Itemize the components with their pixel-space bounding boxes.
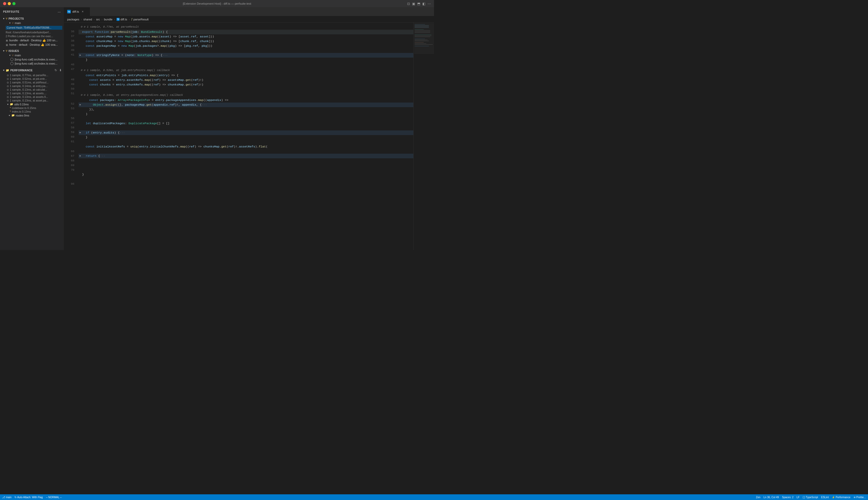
- profile-bundle[interactable]: ▣ bundle · default · Desktop 👍 100 sn...: [0, 38, 64, 43]
- typescript-icon: TS: [67, 10, 71, 13]
- editor-area: TS diff.ts × packages › shared › src › b…: [64, 7, 434, 250]
- code-line-57: ): [79, 112, 413, 116]
- code-line-70: ▶ return {···: [79, 154, 413, 158]
- projects-section[interactable]: ▾ ⑂ PROJECTS: [0, 16, 64, 21]
- editor-layout-icon[interactable]: ▣: [412, 2, 415, 6]
- export-perf-button[interactable]: ⬇: [59, 68, 62, 72]
- perf-item-6[interactable]: ⊙ 1 sample, 0.13ms, at assets....: [0, 91, 64, 95]
- tabbar: TS diff.ts ×: [64, 7, 434, 16]
- bc-parseresult[interactable]: parseResult: [133, 18, 148, 21]
- annotation-entrypoints: ⊙ ⊙ 1 sample, 0.52ms, at job.entryPoints…: [79, 67, 413, 73]
- issue-circle-icon: [10, 58, 13, 61]
- refresh-perf-button[interactable]: ↻: [54, 68, 58, 72]
- code-line-66: }: [79, 135, 413, 140]
- code-line-47: [79, 62, 413, 67]
- editor-content: 36 37 38 39 40 41 46 47 48 49 50 51 52 5…: [64, 22, 434, 250]
- current-hash: Current Hash: 754f91a5c85bf705098...: [0, 25, 64, 31]
- sidebar-item-main-project[interactable]: ▾ ⑂ main: [0, 21, 64, 25]
- issue-item-2[interactable]: [long-func-call] src/index.ts exec...: [0, 61, 64, 66]
- root-path: Root: /Users/forehalo/code/byted/perf...: [0, 31, 64, 34]
- indexts-item[interactable]: * index.ts 0.13ms: [0, 110, 64, 113]
- close-button[interactable]: [3, 2, 6, 5]
- bc-bundle[interactable]: bundle: [104, 18, 112, 21]
- performance-section[interactable]: ▾ 📁 PERFORMANCE ↻ ⬇: [0, 67, 64, 73]
- code-line-37: const assetsMap = new Map(job.assets.map…: [79, 34, 413, 39]
- sidebar-menu-icon[interactable]: ···: [58, 10, 61, 14]
- bc-diffts[interactable]: diff.ts: [120, 18, 127, 21]
- code-line-40: [79, 48, 413, 53]
- code-line-49: const assets = entry.assetRefs.map((ref)…: [79, 78, 413, 82]
- codebase-item[interactable]: * codebase.ts 0.15ms: [0, 106, 64, 110]
- issue-circle-icon: [10, 62, 13, 65]
- tab-close-button[interactable]: ×: [81, 10, 85, 14]
- perf-section-controls: ↻ ⬇: [54, 68, 62, 72]
- sidebar-title: PERFSUITE: [3, 10, 19, 13]
- more-icon[interactable]: ⋯: [428, 2, 431, 6]
- code-line-50: const chunks = entry.chunkRefs.map((ref)…: [79, 82, 413, 87]
- minimap-content: [414, 22, 434, 250]
- titlebar: [Extension Development Host] - diff.ts —…: [0, 0, 434, 7]
- app: PERFSUITE ··· ▾ ⑂ PROJECTS ▾ ⑂ main Curr…: [0, 7, 434, 250]
- code-line-39: const packagesMap = new Map(job.packages…: [79, 44, 413, 48]
- code-line-41: ▶ const stringifyNote = (note: NoteType)…: [79, 53, 413, 58]
- breadcrumb: packages › shared › src › bundle › TS di…: [64, 16, 434, 22]
- code-line-58: [79, 116, 413, 121]
- sidebar: PERFSUITE ··· ▾ ⑂ PROJECTS ▾ ⑂ main Curr…: [0, 7, 64, 250]
- code-line-36: export function parseResult(job: BundleR…: [79, 30, 413, 34]
- perf-item-2[interactable]: ⊙ 1 sample, 0.52ms, at job.entr...: [0, 77, 64, 81]
- minimap: [413, 22, 434, 250]
- code-line-56: }),: [79, 107, 413, 112]
- bc-fn-icon: ƒ: [131, 18, 133, 21]
- issues-main[interactable]: ▾ ⑂ main: [0, 53, 64, 57]
- maximize-button[interactable]: [12, 2, 15, 5]
- window-controls: [3, 2, 15, 5]
- window-title: [Extension Development Host] - diff.ts —…: [183, 2, 251, 5]
- sidebar-header: PERFSUITE ···: [0, 7, 64, 16]
- sidebar-toggle-icon[interactable]: ◧: [422, 2, 426, 6]
- bc-src[interactable]: src: [96, 18, 100, 21]
- line-numbers: 36 37 38 39 40 41 46 47 48 49 50 51 52 5…: [64, 22, 77, 250]
- profiles-loaded: 2 Profiles Loaded you can see the exec..…: [0, 34, 64, 38]
- routes-folder[interactable]: ▾ 📁 routes 0ms: [0, 113, 64, 117]
- split-editor-icon[interactable]: ⊡: [407, 2, 410, 6]
- code-line-48: const entryPoints = job.entryPoints.map(…: [79, 73, 413, 78]
- code-line-67: [79, 140, 413, 144]
- sidebar-performance-list: ⊙ 1 sample, 0.77ms, at parseRe... ⊙ 1 sa…: [0, 73, 64, 250]
- annotation-parseresult: ⊙ ⊙ 1 sample, 0.77ms, at parseResult: [79, 23, 413, 30]
- code-line-59: let duplicatedPackages: DuplicatePackage…: [79, 121, 413, 126]
- issue-item-1[interactable]: [long-func-call] src/index.ts exec...: [0, 57, 64, 61]
- tab-diff-ts[interactable]: TS diff.ts ×: [64, 7, 90, 16]
- perf-item-1[interactable]: ⊙ 1 sample, 0.77ms, at parseRe...: [0, 73, 64, 77]
- utils-folder[interactable]: ▾ 📁 utils 0.15ms: [0, 102, 64, 106]
- minimize-button[interactable]: [8, 2, 11, 5]
- code-line-96: }: [79, 172, 413, 177]
- perf-item-4[interactable]: ⊙ 1 sample, 0.14ms, at entry.pa...: [0, 84, 64, 88]
- titlebar-actions: ⊡ ▣ ⬒ ◧ ⋯: [407, 2, 431, 6]
- perf-item-3[interactable]: ⊙ 1 sample, 0.51ms, at jobResul...: [0, 81, 64, 84]
- code-line-38: const chunksMap = new Map(job.chunks.map…: [79, 39, 413, 44]
- code-line-68: const initialAssetRefs = uniq(entry.init…: [79, 144, 413, 149]
- code-line-60: [79, 126, 413, 130]
- code-line-52: const packages: Array<PackageInfo> = ent…: [79, 98, 413, 103]
- code-line-51: [79, 87, 413, 92]
- profile-home[interactable]: ▣ home · default · Desktop 👍 100 sna...: [0, 43, 64, 47]
- perf-item-7[interactable]: ⊙ 1 sample, 0.13ms, at assets.fi...: [0, 95, 64, 99]
- svg-rect-18: [414, 23, 434, 54]
- code-line-53: ▶ Object.assign({}, packagesMap.get(appe…: [79, 103, 413, 107]
- code-line-61: ▶ if (entry.audits) {···: [79, 130, 413, 135]
- issues-section[interactable]: ▾ ⑂ ISSUES: [0, 48, 64, 53]
- bc-ts-icon: TS: [116, 18, 120, 21]
- code-line-46: }: [79, 58, 413, 62]
- perf-item-5[interactable]: ⊙ 1 sample, 0.13ms, at calculat...: [0, 88, 64, 91]
- perf-item-8[interactable]: ⊙ 1 sample, 0.13ms, at asset.pa...: [0, 99, 64, 102]
- bc-packages[interactable]: packages: [67, 18, 79, 21]
- code-line-69: [79, 149, 413, 154]
- code-area[interactable]: ⊙ ⊙ 1 sample, 0.77ms, at parseResult exp…: [77, 22, 413, 250]
- panel-icon[interactable]: ⬒: [417, 2, 420, 6]
- bc-shared[interactable]: shared: [83, 18, 92, 21]
- annotation-package-appendixes: ⊙ ⊙ 1 sample, 0.14ms, at entry.packageAp…: [79, 92, 413, 98]
